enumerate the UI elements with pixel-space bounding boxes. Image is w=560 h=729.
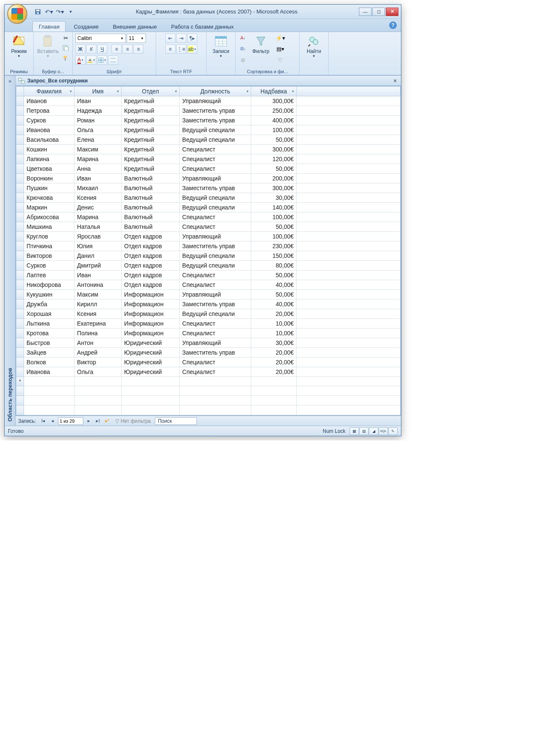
cell[interactable]: Кредитный [122, 145, 180, 154]
selection-filter-button[interactable]: ⚡▾ [274, 34, 286, 42]
row-selector[interactable] [16, 183, 24, 193]
copy-icon[interactable] [61, 44, 70, 52]
cell[interactable]: Валютный [122, 222, 180, 232]
cell[interactable]: Цветкова [24, 164, 74, 174]
tab-create[interactable]: Создание [67, 21, 105, 32]
cell[interactable]: Отдел кадров [122, 232, 180, 241]
cell[interactable]: Хорошая [24, 309, 74, 319]
table-row[interactable]: ИвановаОльгаЮридическийСпециалист20,00€ [16, 367, 401, 377]
cell[interactable]: Ксения [74, 309, 122, 319]
cell[interactable]: Специалист [180, 222, 251, 232]
column-header[interactable]: Имя▼ [74, 87, 122, 96]
table-row[interactable]: ВикторовДанилОтдел кадровВедущий специал… [16, 251, 401, 261]
font-name-select[interactable]: Calibri▼ [75, 34, 126, 43]
cell[interactable]: Екатерина [74, 319, 122, 329]
cell[interactable]: 300,00€ [251, 145, 297, 154]
cell[interactable]: Заместитель управ [180, 183, 251, 193]
highlight-button[interactable]: ab [187, 45, 197, 54]
cell[interactable]: Специалист [180, 329, 251, 338]
underline-button[interactable]: Ч [97, 45, 107, 54]
cell[interactable]: Заместитель управ [180, 241, 251, 251]
cell[interactable] [297, 96, 401, 106]
cell[interactable]: 150,00€ [251, 251, 297, 261]
cell[interactable]: Информацион [122, 300, 180, 309]
cell[interactable]: 20,00€ [251, 367, 297, 377]
column-dropdown-icon[interactable]: ▼ [69, 90, 72, 93]
cell[interactable]: Птичкина [24, 241, 74, 251]
row-selector[interactable] [16, 319, 24, 329]
table-row[interactable]: ДружбаКириллИнформационЗаместитель управ… [16, 300, 401, 309]
cell[interactable]: 10,00€ [251, 329, 297, 338]
cell[interactable] [297, 145, 401, 154]
cell[interactable] [297, 270, 401, 280]
align-center-button[interactable]: ≡ [122, 45, 133, 54]
cell[interactable] [297, 280, 401, 290]
row-selector[interactable] [16, 154, 24, 164]
cell[interactable]: Информацион [122, 290, 180, 300]
cell[interactable]: 80,00€ [251, 261, 297, 270]
cell[interactable]: Иван [74, 96, 122, 106]
font-size-select[interactable]: 11▼ [127, 34, 146, 43]
row-selector[interactable] [16, 290, 24, 300]
cell[interactable]: Валютный [122, 174, 180, 183]
cell[interactable] [297, 212, 401, 222]
tab-database-tools[interactable]: Работа с базами данных [165, 21, 240, 32]
clear-sort-button[interactable]: ⊘ [238, 56, 247, 64]
row-selector[interactable] [16, 96, 24, 106]
find-button[interactable]: Найти▼ [302, 34, 326, 59]
cell[interactable]: Специалист [180, 280, 251, 290]
cell[interactable]: Специалист [180, 145, 251, 154]
cell[interactable]: Ксения [74, 193, 122, 203]
cell[interactable]: Юридический [122, 348, 180, 358]
row-selector[interactable] [16, 241, 24, 251]
column-header[interactable]: Должность▼ [180, 87, 251, 96]
cell[interactable]: Юридический [122, 367, 180, 377]
table-row[interactable]: ВолковВикторЮридическийСпециалист20,00€ [16, 358, 401, 367]
select-all-cell[interactable] [16, 87, 24, 96]
cell[interactable]: Управляющий [180, 290, 251, 300]
cell[interactable]: 10,00€ [251, 319, 297, 329]
cell[interactable]: Петрова [24, 106, 74, 116]
table-row[interactable]: ЛапкинаМаринаКредитныйСпециалист120,00€ [16, 154, 401, 164]
pivot-table-view-button[interactable]: ▤ [359, 427, 369, 435]
cell[interactable]: 50,00€ [251, 222, 297, 232]
cell[interactable] [297, 116, 401, 125]
cell[interactable]: 300,00€ [251, 183, 297, 193]
bold-button[interactable]: Ж [75, 45, 85, 54]
cell[interactable]: 400,00€ [251, 116, 297, 125]
table-row[interactable]: МишкинаНатальяВалютныйСпециалист50,00€ [16, 222, 401, 232]
cell[interactable]: Кредитный [122, 106, 180, 116]
cell[interactable]: Отдел кадров [122, 251, 180, 261]
minimize-button[interactable]: — [359, 8, 372, 16]
cell[interactable]: 50,00€ [251, 135, 297, 145]
cell[interactable] [297, 154, 401, 164]
cell[interactable]: Михаил [74, 183, 122, 193]
no-filter-indicator[interactable]: ▽Нет фильтра [115, 418, 151, 424]
design-view-button[interactable]: ✎ [388, 427, 398, 435]
cell[interactable]: Анна [74, 164, 122, 174]
cell[interactable] [297, 183, 401, 193]
toggle-filter-button[interactable]: ▽ [274, 56, 286, 64]
cell[interactable]: Специалист [180, 212, 251, 222]
table-row[interactable]: ЛыткинаЕкатеринаИнформационСпециалист10,… [16, 319, 401, 329]
cell[interactable]: Юридический [122, 358, 180, 367]
new-record-row[interactable] [16, 377, 401, 386]
cell[interactable]: 230,00€ [251, 241, 297, 251]
cell[interactable]: Иванов [24, 96, 74, 106]
cell[interactable]: Полина [74, 329, 122, 338]
save-icon[interactable] [34, 8, 42, 16]
cell[interactable]: Викторов [24, 251, 74, 261]
new-row-selector[interactable] [16, 377, 24, 386]
office-button[interactable] [7, 4, 27, 24]
cell[interactable]: Ольга [74, 125, 122, 135]
add-column-header[interactable] [297, 87, 401, 96]
cell[interactable]: Информацион [122, 309, 180, 319]
cell[interactable]: Дружба [24, 300, 74, 309]
cell[interactable] [297, 135, 401, 145]
cell[interactable]: Заместитель управ [180, 348, 251, 358]
cell[interactable]: Марина [74, 154, 122, 164]
records-button[interactable]: Записи▼ [209, 34, 233, 59]
cell[interactable] [297, 125, 401, 135]
cell[interactable]: Круглов [24, 232, 74, 241]
row-selector[interactable] [16, 329, 24, 338]
